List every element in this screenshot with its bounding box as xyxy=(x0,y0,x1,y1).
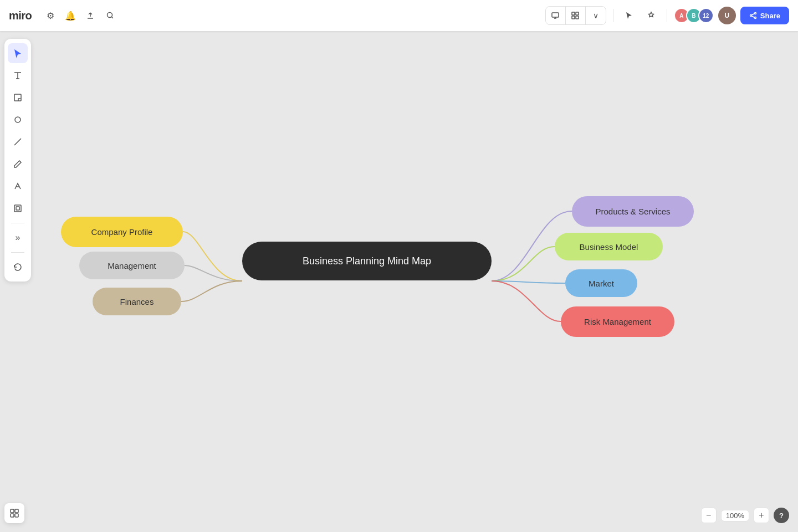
undo-button[interactable] xyxy=(8,257,28,277)
bottom-right-controls: − 100% + ? xyxy=(701,508,789,523)
mindmap-management-node[interactable]: Management xyxy=(79,252,185,279)
mindmap-risk-node[interactable]: Risk Management xyxy=(561,306,674,337)
svg-rect-1 xyxy=(552,13,559,17)
notifications-button[interactable]: 🔔 xyxy=(62,7,79,24)
canvas[interactable]: Business Planning Mind Map Company Profi… xyxy=(0,31,798,532)
toolbar-separator-2 xyxy=(667,9,667,22)
font-tool-button[interactable] xyxy=(8,176,28,196)
svg-rect-5 xyxy=(576,16,579,19)
svg-rect-9 xyxy=(14,94,21,101)
svg-point-0 xyxy=(108,13,112,18)
svg-rect-11 xyxy=(14,205,21,212)
frame-tool-button[interactable] xyxy=(8,198,28,218)
svg-rect-2 xyxy=(572,12,575,15)
svg-rect-12 xyxy=(16,207,19,210)
presentation-controls: ∨ xyxy=(545,6,606,25)
present-button[interactable] xyxy=(546,7,566,24)
right-toolbar: ∨ A B 12 U Share xyxy=(545,6,789,25)
zoom-out-button[interactable]: − xyxy=(701,508,717,523)
search-button[interactable] xyxy=(101,7,119,24)
svg-rect-14 xyxy=(15,509,18,513)
svg-point-7 xyxy=(750,15,751,17)
text-tool-button[interactable] xyxy=(8,65,28,85)
toolbar-separator xyxy=(613,9,613,22)
help-button[interactable]: ? xyxy=(774,508,789,523)
pen-tool-button[interactable] xyxy=(8,154,28,174)
svg-point-6 xyxy=(754,13,756,14)
mindmap-company-node[interactable]: Company Profile xyxy=(61,217,183,247)
bottom-left-toolbar xyxy=(4,503,24,523)
more-tools-button[interactable]: » xyxy=(8,228,28,248)
board-view-button[interactable] xyxy=(566,7,586,24)
svg-point-10 xyxy=(15,117,21,122)
board-panel-button[interactable] xyxy=(4,503,24,523)
top-toolbar: miro ⚙ 🔔 xyxy=(0,0,798,31)
mindmap-market-node[interactable]: Market xyxy=(565,269,637,297)
svg-rect-3 xyxy=(576,12,579,15)
view-options-button[interactable]: ∨ xyxy=(586,7,606,24)
svg-rect-15 xyxy=(11,514,14,517)
svg-rect-16 xyxy=(15,514,18,517)
mindmap-finances-node[interactable]: Finances xyxy=(93,288,181,315)
mindmap-business-model-node[interactable]: Business Model xyxy=(555,233,663,260)
upload-button[interactable] xyxy=(81,7,99,24)
app-logo[interactable]: miro xyxy=(9,9,32,22)
left-sidebar: » xyxy=(4,39,31,282)
sidebar-separator-2 xyxy=(11,252,24,253)
connector-tool-button[interactable] xyxy=(8,132,28,152)
shape-tool-button[interactable] xyxy=(8,110,28,130)
settings-button[interactable]: ⚙ xyxy=(42,7,59,24)
user-avatar[interactable]: U xyxy=(718,7,736,24)
sticky-note-tool-button[interactable] xyxy=(8,88,28,108)
sidebar-separator xyxy=(11,223,24,223)
svg-point-8 xyxy=(754,17,756,19)
zoom-level-display: 100% xyxy=(721,510,749,521)
avatars-group: A B 12 xyxy=(674,8,714,23)
share-button[interactable]: Share xyxy=(740,7,789,24)
mindmap-products-node[interactable]: Products & Services xyxy=(572,196,694,227)
mindmap-center-node[interactable]: Business Planning Mind Map xyxy=(242,242,492,280)
magic-action-button[interactable] xyxy=(642,7,660,24)
mindmap-connections xyxy=(0,31,798,532)
zoom-in-button[interactable]: + xyxy=(754,508,769,523)
svg-rect-13 xyxy=(11,509,14,513)
svg-rect-4 xyxy=(572,16,575,19)
cursor-action-button[interactable] xyxy=(620,7,638,24)
select-tool-button[interactable] xyxy=(8,43,28,63)
avatar-count[interactable]: 12 xyxy=(698,8,714,23)
